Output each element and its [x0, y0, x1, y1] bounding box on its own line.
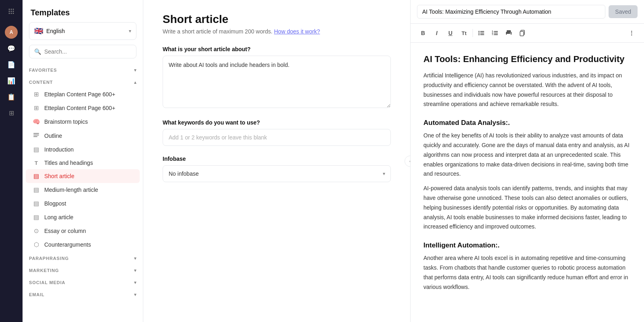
svg-rect-27: [510, 33, 511, 33]
svg-point-12: [479, 31, 480, 32]
svg-rect-17: [480, 34, 484, 35]
icon-bar: A 💬 📄 📊 📋 ⊞: [0, 0, 23, 322]
section-favorites[interactable]: FAVORITES ▾: [23, 63, 143, 75]
svg-point-16: [479, 34, 480, 35]
table-icon[interactable]: 📋: [5, 90, 18, 103]
medium-article-icon: ▤: [32, 186, 40, 193]
language-selector[interactable]: 🇬🇧 English ▾: [29, 22, 136, 40]
search-icon: 🔍: [34, 48, 41, 55]
chart-icon[interactable]: 📊: [5, 74, 18, 87]
svg-rect-29: [520, 31, 524, 36]
editor-para-1: Artificial Intelligence (AI) has revolut…: [423, 71, 631, 109]
svg-rect-13: [480, 31, 484, 32]
main-form: Short article Write a short article of m…: [143, 0, 411, 322]
counter-label: Counterarguments: [44, 241, 91, 248]
sidebar-item-blogpost[interactable]: ▤ Blogpost: [26, 197, 140, 210]
svg-point-8: [13, 13, 14, 14]
bullet-list-button[interactable]: [475, 27, 487, 39]
section-social-media[interactable]: SOCIAL MEDIA ▾: [23, 276, 143, 288]
short-article-icon: ▤: [32, 172, 40, 180]
grid-icon: [5, 5, 18, 18]
form-subtitle: Write a short article of maximum 200 wor…: [163, 28, 391, 35]
editor-section1-heading: Automated Data Analysis:.: [423, 119, 631, 127]
underline-button[interactable]: U: [444, 27, 456, 39]
social-media-toggle-icon: ▾: [134, 280, 136, 285]
titles-label: Titles and headings: [44, 160, 93, 166]
keywords-label: What keywords do you want to use?: [163, 119, 391, 126]
paraphrasing-label: PARAPHRASING: [29, 256, 69, 261]
svg-point-0: [9, 9, 10, 10]
svg-point-7: [11, 13, 12, 14]
long-article-icon: ▤: [32, 214, 40, 221]
svg-point-6: [9, 13, 10, 14]
infobase-select-wrapper: No infobase ▾: [163, 165, 391, 182]
how-link[interactable]: How does it work?: [274, 28, 320, 35]
flag-icon: 🇬🇧: [34, 27, 43, 35]
outline-icon: [32, 132, 40, 139]
print-button[interactable]: [503, 27, 515, 39]
sidebar-item-long-article[interactable]: ▤ Long article: [26, 210, 140, 224]
svg-point-4: [11, 11, 12, 12]
form-title: Short article: [163, 13, 391, 26]
sidebar-item-essay[interactable]: ⊙ Essay or column: [26, 224, 140, 238]
svg-rect-15: [480, 33, 484, 33]
editor-title-input[interactable]: [417, 5, 605, 19]
sidebar-item-medium-article[interactable]: ▤ Medium-length article: [26, 183, 140, 197]
sidebar-item-brainstorm[interactable]: 🧠 Brainstorm topics: [26, 115, 140, 129]
introduction-icon: ▤: [32, 146, 40, 153]
language-label: English: [46, 28, 126, 34]
editor-section1-para1: One of the key benefits of AI tools is t…: [423, 131, 631, 179]
sidebar-item-outline[interactable]: Outline: [26, 129, 140, 143]
paraphrasing-toggle-icon: ▾: [134, 256, 136, 261]
search-container: 🔍: [29, 45, 136, 58]
collapse-button[interactable]: ‹: [405, 156, 411, 167]
about-label: What is your short article about?: [163, 46, 391, 52]
content-toggle-icon: ▴: [134, 79, 136, 85]
numbered-list-button[interactable]: 1. 2. 3.: [489, 27, 501, 39]
infobase-select[interactable]: No infobase: [163, 165, 391, 182]
editor-header: Saved: [411, 0, 644, 24]
font-size-button[interactable]: Tt: [458, 27, 470, 39]
section-email[interactable]: EMAIL ▾: [23, 288, 143, 300]
more-button[interactable]: ⋮: [625, 27, 638, 39]
sidebar-item-etteplan1[interactable]: ⊞ Etteplan Content Page 600+: [26, 87, 140, 101]
social-media-label: SOCIAL MEDIA: [29, 280, 65, 285]
avatar[interactable]: A: [5, 26, 18, 39]
italic-button[interactable]: I: [431, 27, 443, 39]
section-content[interactable]: CONTENT ▴: [23, 75, 143, 87]
svg-point-2: [13, 9, 14, 10]
svg-rect-19: [494, 31, 498, 32]
short-article-label: Short article: [44, 173, 74, 179]
email-toggle-icon: ▾: [134, 292, 136, 297]
svg-text:3.: 3.: [492, 33, 494, 35]
essay-label: Essay or column: [44, 228, 86, 234]
blogpost-label: Blogpost: [44, 200, 66, 207]
svg-rect-10: [33, 135, 39, 135]
sidebar-item-counter[interactable]: ⬡ Counterarguments: [26, 238, 140, 251]
svg-point-3: [9, 11, 10, 12]
keywords-group: What keywords do you want to use?: [163, 119, 391, 146]
sidebar: Templates 🇬🇧 English ▾ 🔍 FAVORITES ▾ CON…: [23, 0, 143, 322]
sidebar-item-short-article[interactable]: ▤ Short article: [26, 169, 140, 183]
document-icon[interactable]: 📄: [5, 58, 18, 71]
grid2-icon[interactable]: ⊞: [5, 106, 18, 119]
bold-button[interactable]: B: [417, 27, 429, 39]
brainstorm-label: Brainstorm topics: [44, 118, 88, 125]
sidebar-item-etteplan2[interactable]: ⊞ Etteplan Content Page 600+: [26, 101, 140, 115]
titles-icon: T: [32, 160, 40, 166]
about-textarea[interactable]: Write about AI tools and include headers…: [163, 56, 391, 108]
etteplan2-label: Etteplan Content Page 600+: [44, 105, 115, 111]
chat-icon[interactable]: 💬: [5, 42, 18, 55]
search-input[interactable]: [44, 48, 131, 55]
sidebar-item-introduction[interactable]: ▤ Introduction: [26, 143, 140, 156]
section-marketing[interactable]: MARKETING ▾: [23, 264, 143, 276]
medium-article-label: Medium-length article: [44, 187, 98, 193]
copy-button[interactable]: [516, 27, 528, 39]
editor-section2-heading: Intelligent Automation:.: [423, 241, 631, 249]
sidebar-item-titles[interactable]: T Titles and headings: [26, 156, 140, 169]
etteplan1-label: Etteplan Content Page 600+: [44, 91, 115, 98]
marketing-label: MARKETING: [29, 268, 59, 273]
long-article-label: Long article: [44, 214, 73, 220]
keywords-input[interactable]: [163, 129, 391, 146]
section-paraphrasing[interactable]: PARAPHRASING ▾: [23, 251, 143, 264]
